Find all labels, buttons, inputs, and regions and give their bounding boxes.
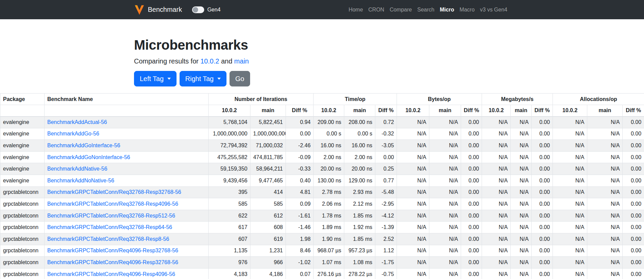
value-cell: -2.46: [286, 140, 314, 152]
nav-link-cron[interactable]: CRON: [366, 4, 387, 16]
value-cell: N/A: [482, 163, 511, 175]
benchmark-name-cell: BenchmarkGRPCTabletConn/Req4096-Resp4096…: [45, 268, 209, 279]
value-cell: 0.00: [461, 257, 482, 269]
benchmark-name-cell: BenchmarkAddGoNonInterface-56: [45, 151, 209, 163]
nav-link-compare[interactable]: Compare: [387, 4, 414, 16]
table-row: evalengineBenchmarkAddNoNative-569,439,4…: [0, 175, 644, 186]
value-cell: 0.40: [286, 175, 314, 186]
nav-link-micro[interactable]: Micro: [437, 4, 457, 16]
table-row: evalengineBenchmarkAddGoNonInterface-564…: [0, 151, 644, 163]
benchmark-link[interactable]: BenchmarkGRPCTabletConn/Req32768-Resp327…: [47, 189, 181, 195]
value-cell: N/A: [397, 186, 429, 198]
nav-link-v3-vs-gen4[interactable]: v3 vs Gen4: [477, 4, 510, 16]
benchmark-link[interactable]: BenchmarkGRPCTabletConn/Req32768-Resp512…: [47, 213, 175, 219]
value-cell: 0.00: [532, 186, 553, 198]
value-cell: N/A: [511, 128, 532, 140]
subtitle-prefix: Comparing results for: [134, 57, 200, 65]
benchmark-link[interactable]: BenchmarkGRPCTabletConn/Req4096-Resp4096…: [47, 271, 175, 277]
value-cell: 208.00 ns: [344, 117, 375, 128]
value-cell: 2.78 ms: [314, 186, 344, 198]
empty-header-cell: [45, 105, 209, 117]
value-cell: -1.02: [286, 257, 314, 269]
value-cell: 0.00 s: [344, 128, 375, 140]
nav-link-macro[interactable]: Macro: [457, 4, 477, 16]
gen4-toggle[interactable]: [192, 6, 204, 13]
vitess-logo-icon: [134, 4, 145, 15]
benchmark-link[interactable]: BenchmarkAddGo-56: [47, 131, 99, 136]
value-cell: 957.23 µs: [344, 245, 375, 257]
value-cell: N/A: [511, 257, 532, 269]
value-cell: N/A: [511, 163, 532, 175]
value-cell: N/A: [429, 175, 461, 186]
value-cell: 2.00 ns: [344, 151, 375, 163]
nav-link-search[interactable]: Search: [414, 4, 437, 16]
benchmark-name-cell: BenchmarkGRPCTabletConn/Req4096-Resp3276…: [45, 245, 209, 257]
value-cell: 0.00: [461, 151, 482, 163]
benchmark-link[interactable]: BenchmarkAddActual-56: [47, 119, 107, 125]
value-cell: N/A: [429, 128, 461, 140]
value-cell: N/A: [511, 140, 532, 152]
package-cell: evalengine: [0, 151, 45, 163]
value-cell: 1.98: [286, 233, 314, 245]
benchmark-table: PackageBenchmark NameNumber of Iteration…: [0, 93, 644, 279]
sub-header-allocations-op-main: main: [587, 105, 623, 117]
left-tag-dropdown[interactable]: Left Tag: [134, 71, 177, 86]
value-cell: 0.00: [461, 140, 482, 152]
nav-link-home[interactable]: Home: [346, 4, 366, 16]
benchmark-link[interactable]: BenchmarkGRPCTabletConn/Req32768-Resp64-…: [47, 224, 172, 230]
value-cell: -0.32: [375, 128, 397, 140]
value-cell: 2.52: [375, 233, 397, 245]
value-cell: 0.07: [286, 268, 314, 279]
value-cell: 0.00 s: [314, 128, 344, 140]
value-cell: 9,477,465: [250, 175, 286, 186]
value-cell: 0.00: [623, 163, 644, 175]
value-cell: 0.00: [623, 151, 644, 163]
value-cell: N/A: [397, 257, 429, 269]
value-cell: N/A: [482, 245, 511, 257]
value-cell: N/A: [553, 151, 587, 163]
left-ref-link[interactable]: 10.0.2: [200, 57, 219, 65]
value-cell: N/A: [482, 257, 511, 269]
brand[interactable]: Benchmark: [134, 4, 182, 15]
value-cell: 16.00 ns: [344, 140, 375, 152]
benchmark-link[interactable]: BenchmarkGRPCTabletConn/Req32768-Resp8-5…: [47, 236, 169, 242]
gen4-toggle-label: Gen4: [207, 7, 220, 13]
right-tag-dropdown[interactable]: Right Tag: [180, 71, 226, 86]
sub-header-number-of-iterations-10-0-2: 10.0.2: [209, 105, 250, 117]
value-cell: N/A: [397, 163, 429, 175]
package-cell: grpctabletconn: [0, 257, 45, 269]
benchmark-link[interactable]: BenchmarkAddNative-56: [47, 166, 107, 172]
subtitle: Comparing results for 10.0.2 and main: [134, 57, 510, 65]
column-header-benchmark-name: Benchmark Name: [45, 94, 209, 105]
benchmark-link[interactable]: BenchmarkGRPCTabletConn/Req4096-Resp3276…: [47, 248, 178, 253]
value-cell: N/A: [429, 151, 461, 163]
package-cell: grpctabletconn: [0, 210, 45, 222]
group-header-time-op: Time/op: [314, 94, 397, 105]
value-cell: 968.07 µs: [314, 245, 344, 257]
benchmark-link[interactable]: BenchmarkGRPCTabletConn/Req4096-Resp3276…: [47, 259, 178, 265]
go-button[interactable]: Go: [230, 71, 250, 86]
value-cell: N/A: [553, 128, 587, 140]
sub-header-megabytes-s-diff: Diff %: [532, 105, 553, 117]
value-cell: 0.00: [623, 175, 644, 186]
table-row: grpctabletconnBenchmarkGRPCTabletConn/Re…: [0, 222, 644, 233]
value-cell: N/A: [397, 175, 429, 186]
package-cell: grpctabletconn: [0, 198, 45, 210]
value-cell: N/A: [482, 117, 511, 128]
value-cell: N/A: [553, 210, 587, 222]
table-row: evalengineBenchmarkAddNative-5659,159,35…: [0, 163, 644, 175]
value-cell: 1.90 ms: [314, 233, 344, 245]
value-cell: N/A: [587, 117, 623, 128]
value-cell: 16.00 ns: [314, 140, 344, 152]
value-cell: N/A: [482, 222, 511, 233]
benchmark-link[interactable]: BenchmarkAddGoInterface-56: [47, 143, 120, 148]
benchmark-link[interactable]: BenchmarkAddGoNonInterface-56: [47, 154, 130, 160]
benchmark-link[interactable]: BenchmarkAddNoNative-56: [47, 178, 114, 183]
page-title: Microbenchmarks: [134, 37, 510, 53]
benchmark-link[interactable]: BenchmarkGRPCTabletConn/Req32768-Resp409…: [47, 201, 178, 207]
value-cell: 20.00 ns: [314, 163, 344, 175]
right-ref-link[interactable]: main: [234, 57, 249, 65]
value-cell: 0.00: [532, 198, 553, 210]
value-cell: 0.00: [461, 128, 482, 140]
table-row: grpctabletconnBenchmarkGRPCTabletConn/Re…: [0, 233, 644, 245]
